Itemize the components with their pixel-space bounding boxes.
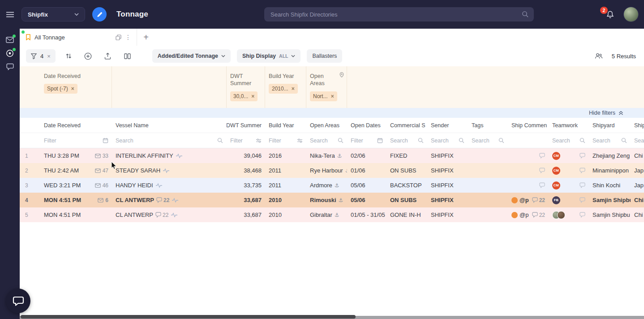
online-dot [13,34,16,38]
ballasters-button[interactable]: Ballasters [307,49,342,63]
add-tonnage-button[interactable] [82,49,95,63]
comment-bubble-icon[interactable] [580,153,585,159]
mail-count[interactable]: 46 [95,182,108,189]
filter-button[interactable]: 4 × [26,49,56,63]
sidebar-item-mail[interactable] [0,33,20,47]
teamwork-avatar[interactable]: CM [552,167,560,175]
table-row[interactable]: 3 WED 3:21 PM 46 HANDY HEIDI 33,735 2011… [20,178,644,193]
filter-chip-dwt-summer[interactable]: 30,0... × [230,91,258,101]
column-header-ship[interactable]: Ship [631,118,644,133]
comment-bubble-icon[interactable] [539,182,545,188]
mention-text: @p [519,211,528,218]
filter-chip-date-received[interactable]: Spot (-7) × [44,84,77,94]
remove-chip-icon[interactable]: × [331,93,334,99]
comment-bubble-icon[interactable] [580,212,585,218]
filter-group-label: Build Year [269,73,302,80]
sender-search-input[interactable]: Search [427,133,468,148]
collaborators-button[interactable] [592,49,605,63]
cell-ship-country: Jap [631,163,644,178]
mail-count[interactable]: 33 [95,153,108,159]
user-avatar[interactable] [623,7,639,22]
teamwork-search-input[interactable]: Search [549,133,589,148]
column-header-date-received[interactable]: Date Received [40,118,112,133]
chevron-down-icon [221,55,225,57]
ship-comment-count[interactable]: 22 [532,197,545,203]
teamwork-avatar[interactable]: FB [552,196,560,204]
remove-chip-icon[interactable]: × [251,93,254,99]
column-header-open-dates[interactable]: Open Dates [347,118,386,133]
date-filter-input[interactable]: Filter [40,133,112,148]
chat-widget-button[interactable] [6,289,30,313]
sidebar-item-tonnage[interactable] [0,47,20,60]
column-header-ship-comments[interactable]: Ship Commen [508,118,549,133]
column-header-vessel-name[interactable]: Vessel Name [112,118,227,133]
add-tab-button[interactable]: + [137,29,155,46]
vessel-search-input[interactable]: Search [112,133,227,148]
dwt-filter-input[interactable]: Filter [227,133,265,148]
vessel-comment-count[interactable]: 22 [155,212,168,218]
remove-chip-icon[interactable]: × [71,86,74,92]
mail-count[interactable]: 6 [98,197,108,203]
teamwork-avatar[interactable]: CM [552,152,560,160]
search-input[interactable] [264,7,534,22]
column-header-build-year[interactable]: Build Year [265,118,306,133]
vessel-comment-count[interactable]: 22 [156,197,169,203]
column-header-commercial-status[interactable]: Commercial S [386,118,427,133]
table-row[interactable]: 1 THU 3:28 PM 33 INTERLINK AFFINITY 39,0… [20,148,644,163]
ship-display-dropdown[interactable]: Ship Display ALL [237,49,301,63]
comment-bubble-icon[interactable] [539,168,545,173]
column-header-dwt-summer[interactable]: DWT Summer [227,118,265,133]
tab-menu-icon[interactable]: ⋮ [125,34,131,40]
ship-search-input[interactable]: Sea [631,133,644,148]
mail-icon [6,37,14,43]
filter-group-build-year: Build Year 2010... × [265,66,306,108]
added-edited-dropdown[interactable]: Added/Edited Tonnage [152,49,231,63]
cell-build-year: 2011 [265,178,306,193]
tab-all-tonnage[interactable]: All Tonnage ⋮ [20,29,137,46]
row-number: 5 [20,207,40,222]
year-filter-input[interactable]: Filter [265,133,306,148]
comment-bubble-icon[interactable] [580,182,585,188]
tags-search-input[interactable]: Search [468,133,508,148]
column-header-open-areas[interactable]: Open Areas [306,118,347,133]
table-row[interactable]: 5 MON 4:51 PM CL ANTWERP 22 33,687 2010 … [20,207,644,222]
clear-filters-icon[interactable]: × [47,53,51,60]
ship-comment-count[interactable]: 22 [532,212,545,218]
export-button[interactable] [101,49,115,63]
column-header-shipyard[interactable]: Shipyard [589,118,631,133]
comment-bubble-icon[interactable] [539,153,545,159]
column-header-sender[interactable]: Sender [427,118,468,133]
comment-bubble-icon [532,197,538,203]
shipyard-search-input[interactable]: Search [589,133,631,148]
menu-icon[interactable] [0,12,20,17]
cell-teamwork: CM [549,163,589,178]
notifications-button[interactable]: 2 [606,9,614,19]
horizontal-scrollbar-thumb[interactable] [21,315,356,319]
workspace-selector[interactable]: Shipfix [21,7,85,22]
column-header-teamwork[interactable]: Teamwork [549,118,589,133]
row-number: 2 [20,163,40,178]
sort-button[interactable] [62,49,75,63]
mail-count[interactable]: 47 [95,168,108,174]
cell-sender: SHIPFIX [427,163,468,178]
online-dot [13,48,16,51]
cell-open-dates: 01/05 - 31/05 [347,207,386,222]
columns-view-button[interactable] [121,49,134,63]
teamwork-avatar[interactable]: CM [552,181,560,190]
comment-bubble-icon[interactable] [580,168,585,173]
teamwork-avatar[interactable] [557,211,565,219]
column-header-tags[interactable]: Tags [468,118,508,133]
filter-chip-build-year[interactable]: 2010... × [269,84,298,94]
table-row[interactable]: 2 THU 2:42 AM 47 STEADY SARAH 38,468 201… [20,163,644,178]
comment-bubble-icon[interactable] [580,197,585,203]
compose-button[interactable] [92,7,107,22]
table-row-selected[interactable]: 4 MON 4:51 PM 6 CL ANTWERP 22 33,687 201… [20,193,644,207]
duplicate-tab-icon[interactable] [116,34,121,40]
remove-chip-icon[interactable]: × [292,86,295,92]
filter-chip-open-areas[interactable]: Nort... × [310,91,337,101]
areas-search-input[interactable]: Search [306,133,347,148]
hide-filters-button[interactable]: Hide filters [20,108,644,118]
sidebar-item-chat[interactable] [0,60,20,73]
dates-filter-input[interactable]: Filter [347,133,386,148]
commercial-search-input[interactable]: Search [386,133,427,148]
